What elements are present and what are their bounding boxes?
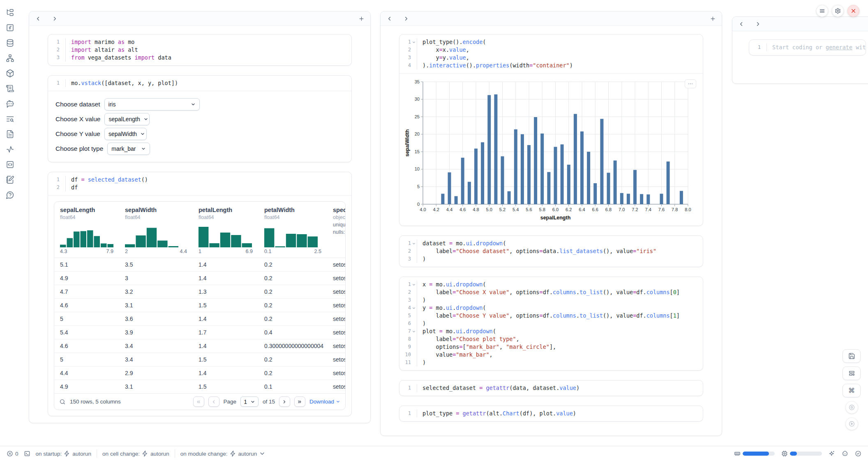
code-editor[interactable]: 1mo.vstack([dataset, x, y, plot]) [48, 76, 351, 91]
svg-text:5: 5 [417, 184, 420, 189]
column-header[interactable]: petalLength float6416.9 [193, 207, 259, 254]
shutdown-button[interactable] [847, 5, 859, 17]
choose-x-value-dropdown[interactable]: sepalLength [104, 113, 150, 125]
stop-button[interactable] [845, 401, 858, 414]
on-cell-change-setting[interactable]: on cell change: autorun [102, 450, 169, 457]
chat-bot-sidebar-button[interactable] [5, 99, 14, 108]
table-row[interactable]: 4.42.91.40.2setos [54, 366, 345, 380]
table-row[interactable]: 53.61.40.2setos [54, 312, 345, 325]
page-select[interactable]: 1 [240, 396, 259, 407]
function-square-sidebar-button[interactable] [5, 23, 14, 32]
keyboard-shortcuts-button[interactable]: ⌘ [843, 384, 861, 397]
fold-chevron-icon[interactable] [411, 240, 417, 247]
fold-chevron-icon[interactable] [411, 327, 417, 335]
scroll-left-button[interactable] [386, 16, 392, 22]
logs-sidebar-button[interactable] [5, 84, 14, 93]
search-icon[interactable] [59, 399, 66, 405]
run-button[interactable] [845, 417, 858, 430]
terminal-button[interactable] [24, 450, 30, 457]
choose-plot-type-dropdown[interactable]: mark_bar [107, 143, 150, 155]
file-explorer-sidebar-button[interactable] [5, 8, 14, 17]
choose-dataset-dropdown[interactable]: iris [104, 98, 200, 111]
fold-chevron-icon[interactable] [411, 281, 417, 288]
help-sidebar-button[interactable] [5, 191, 14, 200]
choose-y-value-dropdown[interactable]: sepalWidth [104, 128, 147, 140]
vstack-output: Choose datasetirisChoose X valuesepalLen… [48, 91, 351, 162]
documentation-search-sidebar-button[interactable] [5, 115, 14, 124]
line-number: 2 [399, 247, 411, 255]
cpu-icon [781, 450, 788, 457]
snippets-sidebar-button[interactable] [5, 130, 14, 139]
download-button[interactable]: Download [309, 399, 340, 405]
column-header[interactable]: sepalLength float644.37.9 [54, 207, 119, 254]
svg-text:30: 30 [415, 97, 420, 101]
previous-page-button[interactable] [208, 396, 219, 407]
package-sidebar-button[interactable] [5, 69, 14, 78]
scroll-left-button[interactable] [35, 16, 41, 22]
settings-button[interactable] [832, 5, 844, 17]
connection-status-button[interactable] [855, 450, 861, 457]
generate-with-ai-link[interactable]: generate [826, 44, 852, 51]
code-editor[interactable]: 1dataset = mo.ui.dropdown(2 label="Choos… [399, 236, 703, 267]
table-row[interactable]: 5.43.91.70.4setos [54, 325, 345, 339]
code-editor[interactable]: 1plot_type().encode(2 x=x.value,3 y=y.va… [399, 35, 703, 73]
scroll-right-button[interactable] [52, 16, 58, 22]
last-page-button[interactable] [294, 396, 305, 407]
svg-text:5.4: 5.4 [512, 207, 519, 212]
svg-text:5.8: 5.8 [539, 207, 545, 212]
scroll-left-button[interactable] [738, 21, 744, 27]
table-row[interactable]: 4.73.21.30.2setos [54, 285, 345, 298]
table-row[interactable]: 5.13.51.40.2setos [54, 258, 345, 271]
column-header[interactable]: speci objecuniqunulls: [327, 207, 345, 254]
save-button[interactable] [843, 349, 861, 363]
code-editor[interactable]: 1x = mo.ui.dropdown(2 label="Choose X va… [399, 277, 703, 370]
cell-value: setos [327, 326, 345, 339]
column-header[interactable]: sepalWidth float6424.4 [119, 207, 193, 254]
tracing-sidebar-button[interactable] [5, 145, 14, 154]
on-startup-setting[interactable]: on startup: autorun [36, 450, 92, 457]
code-square-sidebar-button[interactable] [5, 160, 14, 169]
notebook-column-2: 1plot_type().encode(2 x=x.value,3 y=y.va… [380, 11, 722, 436]
on-module-change-setting[interactable]: on module change: autorun [180, 450, 266, 457]
code-editor[interactable]: 1plot_type = getattr(alt.Chart(df), plot… [399, 406, 703, 421]
table-row[interactable]: 4.93.11.50.1setos [54, 380, 345, 393]
table-row[interactable]: 53.41.50.2setos [54, 353, 345, 366]
code-cell-plot-type: 1plot_type = getattr(alt.Chart(df), plot… [399, 406, 703, 422]
next-page-button[interactable] [279, 396, 290, 407]
layout-button[interactable] [843, 366, 861, 380]
table-row[interactable]: 4.63.41.40.30000000000000004setos [54, 339, 345, 353]
column-1-header [29, 12, 370, 26]
add-cell-button[interactable] [358, 16, 365, 22]
table-row[interactable]: 4.63.11.50.2setos [54, 298, 345, 312]
code-editor[interactable]: 1 Start coding or generate with AI. [749, 40, 866, 55]
stop-circle-icon [849, 404, 855, 410]
scroll-right-button[interactable] [403, 16, 409, 22]
errors-indicator[interactable]: 0 [7, 450, 18, 457]
ai-button[interactable] [829, 450, 835, 457]
svg-text:35: 35 [415, 79, 420, 84]
cell-value: 3.2 [119, 285, 193, 298]
dependency-graph-sidebar-button[interactable] [5, 54, 14, 63]
menu-button[interactable] [816, 5, 828, 17]
add-cell-button[interactable] [710, 16, 716, 22]
column-header[interactable]: petalWidth float640.12.5 [259, 207, 327, 254]
table-row[interactable]: 4.931.40.2setos [54, 271, 345, 285]
code-cell-xy-plot-dropdowns: 1x = mo.ui.dropdown(2 label="Choose X va… [399, 277, 703, 371]
page-range-label: of 15 [263, 399, 275, 405]
scroll-right-button[interactable] [755, 21, 761, 27]
code-editor[interactable]: 1import marimo as mo2import altair as al… [48, 35, 351, 65]
scratchpad-sidebar-button[interactable] [5, 175, 14, 184]
svg-text:7.6: 7.6 [658, 207, 665, 212]
fold-chevron-icon[interactable] [411, 304, 417, 312]
copilot-button[interactable] [842, 450, 848, 457]
first-page-button[interactable] [193, 396, 204, 407]
table-header-row: sepalLength float644.37.9sepalWidth floa… [54, 202, 345, 258]
code-editor[interactable]: 1selected_dataset = getattr(data, datase… [399, 380, 703, 396]
altair-bar-chart[interactable]: 4.04.24.44.64.85.05.25.45.65.86.06.26.46… [404, 78, 691, 222]
code-editor[interactable]: 1df = selected_dataset()2df [48, 172, 351, 195]
chart-options-button[interactable] [685, 79, 696, 88]
database-sidebar-button[interactable] [5, 39, 14, 48]
line-number: 3 [399, 296, 411, 304]
fold-chevron-icon[interactable] [411, 38, 417, 46]
cell-value: 5 [54, 312, 119, 325]
